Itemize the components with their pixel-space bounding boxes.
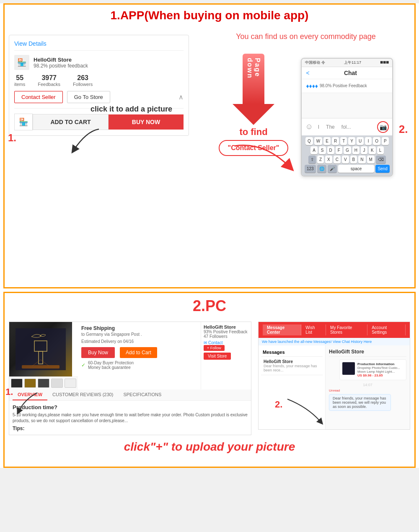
pc-seller-name: HelloGift Store — [204, 324, 248, 330]
key-d[interactable]: D — [327, 146, 334, 154]
key-z[interactable]: Z — [317, 156, 324, 163]
pc-store-mock: Free Shipping to Germany via Singapore P… — [9, 322, 251, 435]
key-c[interactable]: C — [334, 156, 341, 163]
key-f[interactable]: F — [336, 146, 342, 154]
tab-overview[interactable]: OVERVIEW — [13, 389, 47, 400]
view-details-link[interactable]: View Details — [14, 40, 184, 51]
camera-icon[interactable]: 📷 — [377, 121, 389, 133]
pc-tabs: OVERVIEW CUSTOMER REVIEWS (230) SPECIFIC… — [9, 389, 251, 401]
chat-tab-favorite[interactable]: My Favorite Stores — [326, 324, 367, 335]
key-u[interactable]: U — [357, 137, 364, 145]
pc-product-details: Free Shipping to Germany via Singapore P… — [78, 322, 201, 389]
store-stats: 55 items 3977 Feedbacks 263 Followers — [14, 74, 184, 87]
keyboard-row-2: A S D F G H J K L — [303, 146, 391, 154]
message-item[interactable]: HelloGift Store Dear friends, your messa… — [261, 357, 323, 375]
chat-tab-messages[interactable]: Message Center — [263, 324, 301, 335]
keyboard-row-4: 123 🌐 🎤 space Send — [303, 165, 391, 173]
key-g[interactable]: G — [344, 146, 351, 154]
key-123[interactable]: 123 — [305, 165, 316, 173]
seller-details: HelloGift Store 98.2% positive feedback — [34, 57, 88, 69]
cart-store-icon: 🏪 — [14, 114, 33, 130]
key-y[interactable]: Y — [348, 137, 355, 145]
pc-seller-followers: 47 Followers — [204, 334, 248, 339]
key-h[interactable]: H — [352, 146, 360, 154]
key-j[interactable]: J — [361, 146, 367, 154]
unread-label: Unread — [329, 389, 406, 392]
key-globe[interactable]: 🌐 — [317, 165, 326, 173]
stat-items-label: items — [14, 82, 25, 87]
key-s[interactable]: S — [319, 146, 326, 154]
follow-button[interactable]: + Follow — [204, 345, 225, 351]
tab-reviews[interactable]: CUSTOMER REVIEWS (230) — [47, 389, 118, 400]
feedback-dots: ♦♦♦♦ — [306, 83, 318, 89]
key-shift[interactable]: ⇧ — [308, 156, 316, 163]
stat-feedbacks: 3977 Feedbacks — [38, 74, 60, 87]
key-v[interactable]: V — [342, 156, 349, 163]
key-n[interactable]: N — [358, 156, 365, 163]
visit-store-button[interactable]: Visit Store — [204, 353, 231, 360]
pc-contact-link[interactable]: ✉ Contact — [204, 340, 248, 345]
buy-now-button[interactable]: BUY NOW — [109, 114, 184, 130]
phone-container: 中国移动 令 上午11:17 ◼◼◼ < Chat ♦♦♦♦ — [301, 54, 393, 176]
section-app: 1.APP(When buying on mobile app) 1. View… — [3, 3, 416, 288]
keyboard-row-3: ⇧ Z X C V B N M ⌫ — [303, 156, 391, 163]
pc-thumbnails — [9, 376, 78, 389]
pc-buy-now-button[interactable]: Buy Now — [81, 347, 115, 358]
key-l[interactable]: L — [377, 146, 384, 154]
key-delete[interactable]: ⌫ — [376, 156, 386, 163]
annotation-number-2: 2. — [399, 123, 408, 136]
pc-thumb-4[interactable] — [51, 379, 63, 388]
pc-thumb-3[interactable] — [38, 379, 49, 388]
chat-tab-wishlist[interactable]: Wish List — [301, 324, 326, 335]
pc-product-image-column — [9, 322, 78, 389]
pc-seller-feedback: 93% Positive Feedback — [204, 330, 248, 334]
pc-right: Message Center Wish List My Favorite Sto… — [258, 322, 410, 435]
chat-notice: We have launched the all-new Messages! V… — [259, 338, 410, 345]
pc-chat-mock: Message Center Wish List My Favorite Sto… — [258, 322, 410, 430]
key-q[interactable]: Q — [305, 137, 313, 145]
key-m[interactable]: M — [367, 156, 375, 163]
tab-specs[interactable]: SPECIFICATIONS — [118, 389, 166, 400]
key-p[interactable]: P — [382, 137, 389, 145]
key-k[interactable]: K — [369, 146, 376, 154]
back-icon[interactable]: < — [306, 70, 309, 76]
key-e[interactable]: E — [323, 137, 331, 145]
pc-seller-sidebar: HelloGift Store 93% Positive Feedback 47… — [201, 322, 251, 389]
section-1-title-text: 1.APP(When buying on mobile app) — [111, 9, 309, 22]
svg-rect-5 — [22, 365, 59, 369]
input-row: I The fol... — [316, 124, 375, 130]
key-a[interactable]: A — [310, 146, 318, 154]
key-t[interactable]: T — [340, 137, 347, 145]
contact-seller-button[interactable]: Contact Seller — [14, 91, 63, 103]
chat-tab-account[interactable]: Account Settings — [367, 324, 406, 335]
key-b[interactable]: B — [350, 156, 357, 163]
section-1-title: 1.APP(When buying on mobile app) — [9, 9, 410, 22]
product-buttons: Buy Now Add to Cart — [81, 347, 197, 358]
pc-annotation-2: 2. — [275, 399, 282, 410]
key-mic[interactable]: 🎤 — [328, 165, 337, 173]
key-x[interactable]: X — [325, 156, 332, 163]
text-the: The — [323, 124, 337, 130]
message-sender: HelloGift Store — [264, 359, 320, 364]
pc-add-cart-button[interactable]: Add to Cart — [120, 347, 157, 358]
pc-thumb-2[interactable] — [24, 379, 36, 388]
pc-chat-tabs: Message Center Wish List My Favorite Sto… — [259, 322, 410, 338]
chat-area — [302, 93, 392, 118]
pc-content: Free Shipping to Germany via Singapore P… — [9, 322, 410, 435]
key-r[interactable]: R — [332, 137, 339, 145]
key-o[interactable]: O — [373, 137, 380, 145]
key-i[interactable]: I — [365, 137, 372, 145]
key-send[interactable]: Send — [375, 165, 389, 173]
key-w[interactable]: W — [314, 137, 322, 145]
delivery-date: Estimated Delivery on 04/16 — [81, 339, 197, 344]
key-space[interactable]: space — [338, 165, 375, 173]
store-actions: Contact Seller Go To Store ∧ — [14, 91, 184, 103]
pc-thumb-5[interactable] — [65, 379, 76, 388]
pc-bottom-text: click"+" to upload your picture — [9, 440, 410, 454]
pc-left-wrapper: Free Shipping to Germany via Singapore P… — [9, 322, 251, 435]
emoji-icon[interactable]: ☺ — [305, 122, 313, 131]
phone-status-bar: 中国移动 令 上午11:17 ◼◼◼ — [302, 59, 392, 67]
go-to-store-button[interactable]: Go To Store — [67, 91, 110, 103]
chevron-up-icon: ∧ — [178, 93, 184, 101]
message-reply: Dear friends, your message has been rece… — [329, 394, 391, 411]
